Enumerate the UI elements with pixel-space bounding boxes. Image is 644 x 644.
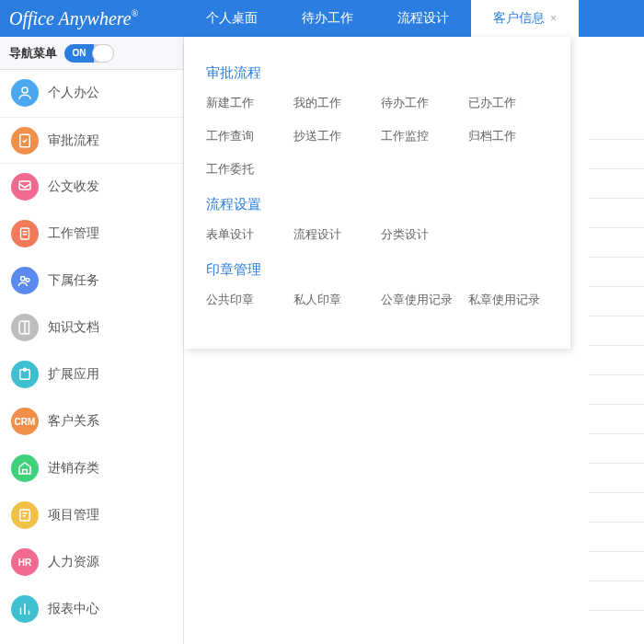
flyout-link[interactable]: 公共印章 [206,292,286,308]
flyout-grid: 表单设计流程设计分类设计 [206,226,548,243]
flyout-link[interactable]: 工作监控 [381,128,461,144]
flyout-section-title: 印章管理 [206,261,548,279]
flyout-link[interactable]: 已办工作 [468,95,548,111]
flyout-link[interactable]: 私人印章 [293,292,374,308]
sidebar-item-label: 客户关系 [48,413,99,430]
hr-icon: HR [11,548,39,576]
table-row [589,287,644,316]
svg-point-5 [26,278,29,282]
sidebar-item-label: 项目管理 [48,507,99,523]
sidebar-item-label: 下属任务 [48,272,99,289]
tab-3[interactable]: 客户信息× [471,0,579,37]
tab-0[interactable]: 个人桌面 [184,0,280,37]
topbar: Office Anywhere® 个人桌面待办工作流程设计客户信息× [0,0,644,37]
svg-point-0 [22,87,28,93]
clipboard-icon [11,220,39,247]
flyout-section-title: 流程设置 [206,196,548,213]
sidebar-item-2[interactable]: 公文收发 [0,164,183,211]
sidebar-item-0[interactable]: 个人办公 [0,70,183,117]
flyout-link[interactable]: 公章使用记录 [381,292,461,308]
book-icon [11,314,39,341]
nav-header: 导航菜单 ON [0,37,183,70]
sidebar-items: 个人办公审批流程公文收发工作管理下属任务知识文档扩展应用CRM客户关系进销存类项… [0,70,183,633]
tab-label: 个人桌面 [206,10,258,27]
table-row [589,316,644,346]
table-row [589,110,644,140]
flyout-link[interactable]: 工作查询 [206,128,286,144]
sidebar-item-3[interactable]: 工作管理 [0,211,183,258]
logo-sup: ® [132,8,139,18]
toggle-knob [92,44,114,63]
sidebar-item-6[interactable]: 扩展应用 [0,351,183,398]
sidebar-item-label: 报表中心 [48,601,99,617]
sidebar-item-label: 扩展应用 [48,366,99,383]
flyout-link[interactable]: 分类设计 [381,226,461,243]
sidebar-item-label: 审批流程 [48,132,99,149]
table-row [589,169,644,199]
flyout-panel: 审批流程新建工作我的工作待办工作已办工作工作查询抄送工作工作监控归档工作工作委托… [184,37,570,349]
content-area: 审批流程新建工作我的工作待办工作已办工作工作查询抄送工作工作监控归档工作工作委托… [184,37,644,644]
flyout-link[interactable]: 流程设计 [293,226,374,243]
flyout-link[interactable]: 新建工作 [206,95,286,111]
sidebar-item-label: 进销存类 [48,460,99,477]
flyout-link[interactable]: 工作委托 [206,161,286,178]
table-row [589,228,644,258]
toggle-on-label: ON [64,44,94,63]
sidebar: 导航菜单 ON 个人办公审批流程公文收发工作管理下属任务知识文档扩展应用CRM客… [0,37,184,644]
stock-icon [11,454,39,482]
flyout-link[interactable]: 待办工作 [381,95,461,111]
logo: Office Anywhere® [0,8,184,29]
tab-2[interactable]: 流程设计 [375,0,471,37]
sidebar-item-4[interactable]: 下属任务 [0,258,183,305]
project-icon [11,501,39,529]
approve-icon [11,127,39,155]
svg-point-4 [21,277,26,282]
sidebar-item-label: 公文收发 [48,178,99,195]
tab-label: 流程设计 [397,10,449,27]
sidebar-item-label: 个人办公 [48,85,99,101]
table-row [589,258,644,287]
sidebar-item-11[interactable]: 报表中心 [0,586,183,633]
flyout-link[interactable]: 我的工作 [293,95,374,111]
flyout-grid: 公共印章私人印章公章使用记录私章使用记录 [206,292,548,308]
tabs: 个人桌面待办工作流程设计客户信息× [184,0,579,37]
tab-label: 待办工作 [302,10,353,27]
crm-icon: CRM [11,408,39,435]
sidebar-item-8[interactable]: 进销存类 [0,445,183,492]
flyout-link[interactable]: 抄送工作 [293,128,374,144]
sidebar-item-9[interactable]: 项目管理 [0,492,183,539]
sidebar-item-10[interactable]: HR人力资源 [0,539,183,586]
group-icon [11,267,39,294]
chart-icon [11,595,39,623]
table-row [589,523,644,552]
flyout-grid: 新建工作我的工作待办工作已办工作工作查询抄送工作工作监控归档工作工作委托 [206,95,548,178]
sidebar-item-label: 知识文档 [48,319,99,336]
sidebar-item-7[interactable]: CRM客户关系 [0,398,183,445]
table-row [589,493,644,523]
puzzle-icon [11,361,39,388]
nav-toggle[interactable]: ON [64,44,114,63]
table-row [589,434,644,464]
table-row [589,140,644,169]
sidebar-item-label: 工作管理 [48,225,99,242]
flyout-link[interactable]: 归档工作 [468,128,548,144]
table-row [589,552,644,581]
tab-label: 客户信息 [493,10,545,27]
table-row [589,405,644,434]
sidebar-item-5[interactable]: 知识文档 [0,305,183,351]
sidebar-item-1[interactable]: 审批流程 [0,117,183,164]
nav-header-label: 导航菜单 [9,45,57,62]
user-icon [11,79,39,107]
table-row [589,375,644,405]
main-area: 导航菜单 ON 个人办公审批流程公文收发工作管理下属任务知识文档扩展应用CRM客… [0,37,644,644]
table-row [589,346,644,375]
sidebar-item-label: 人力资源 [48,554,99,570]
flyout-section-title: 审批流程 [206,64,548,82]
doc-send-icon [11,173,39,201]
flyout-link[interactable]: 私章使用记录 [468,292,548,308]
table-row [589,199,644,228]
tab-1[interactable]: 待办工作 [280,0,375,37]
close-icon[interactable]: × [550,12,557,25]
flyout-link[interactable]: 表单设计 [206,226,286,243]
table-row [589,464,644,493]
